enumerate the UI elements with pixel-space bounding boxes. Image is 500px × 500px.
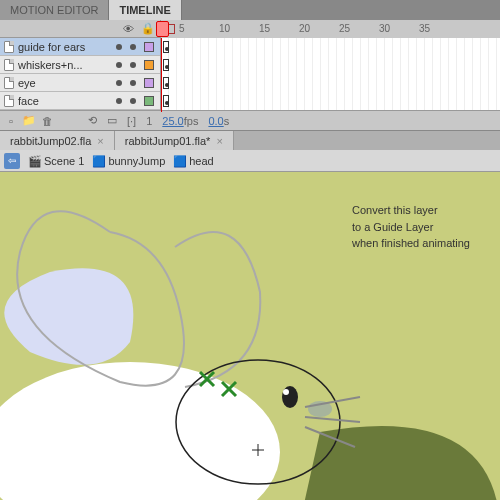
visibility-dot[interactable] <box>116 62 122 68</box>
layer-row[interactable]: guide for ears <box>0 38 500 56</box>
tab-motion-editor[interactable]: MOTION EDITOR <box>0 0 109 20</box>
time-unit: s <box>224 115 230 127</box>
outline-color[interactable] <box>144 60 154 70</box>
visibility-dot[interactable] <box>116 80 122 86</box>
ruler-tick: 30 <box>379 23 419 34</box>
ruler-tick: 25 <box>339 23 379 34</box>
svg-point-0 <box>0 362 280 500</box>
new-layer-button[interactable]: ▫ <box>4 114 18 128</box>
ruler-tick: 15 <box>259 23 299 34</box>
ruler-tick: 10 <box>219 23 259 34</box>
layer-name[interactable]: whiskers+n... <box>18 59 83 71</box>
outline-color[interactable] <box>144 42 154 52</box>
layer-type-icon <box>4 59 14 71</box>
lock-dot[interactable] <box>130 98 136 104</box>
edit-frames-icon[interactable]: [·] <box>127 115 136 127</box>
layer-name[interactable]: face <box>18 95 39 107</box>
current-frame: 1 <box>146 115 152 127</box>
layer-name[interactable]: eye <box>18 77 36 89</box>
svg-point-2 <box>282 386 298 408</box>
fps-value[interactable]: 25.0 <box>162 115 183 127</box>
layer-type-icon <box>4 41 14 53</box>
frames-track[interactable] <box>160 38 500 56</box>
lock-icon[interactable]: 🔒 <box>142 23 154 35</box>
ruler-tick: 35 <box>419 23 459 34</box>
layer-row[interactable]: whiskers+n... <box>0 56 500 74</box>
outline-color[interactable] <box>144 96 154 106</box>
document-tab[interactable]: rabbitJump02.fla× <box>0 131 115 150</box>
keyframe[interactable] <box>163 95 169 107</box>
visibility-dot[interactable] <box>116 44 122 50</box>
lock-dot[interactable] <box>130 80 136 86</box>
layer-name[interactable]: guide for ears <box>18 41 85 53</box>
ruler-tick: 20 <box>299 23 339 34</box>
layer-row[interactable]: eye <box>0 74 500 92</box>
outline-color[interactable] <box>144 78 154 88</box>
layer-type-icon <box>4 77 14 89</box>
breadcrumb-symbol[interactable]: 🟦bunnyJump <box>92 155 165 167</box>
fps-unit: fps <box>184 115 199 127</box>
new-folder-button[interactable]: 📁 <box>22 114 36 128</box>
visibility-dot[interactable] <box>116 98 122 104</box>
layer-type-icon <box>4 95 14 107</box>
playhead[interactable] <box>161 38 162 112</box>
close-icon[interactable]: × <box>216 135 222 147</box>
svg-line-5 <box>305 397 360 407</box>
time-value[interactable]: 0.0 <box>208 115 223 127</box>
ruler-tick: 5 <box>179 23 219 34</box>
eye-icon[interactable]: 👁 <box>122 23 134 35</box>
onion-skin-icon[interactable]: ⟲ <box>88 114 97 127</box>
back-button[interactable]: ⇦ <box>4 153 20 169</box>
document-tab[interactable]: rabbitJump01.fla*× <box>115 131 234 150</box>
panel-tabs: MOTION EDITOR TIMELINE <box>0 0 500 20</box>
svg-point-3 <box>283 389 289 395</box>
onion-outline-icon[interactable]: ▭ <box>107 114 117 127</box>
breadcrumb-symbol[interactable]: 🟦head <box>173 155 213 167</box>
stage[interactable]: Convert this layer to a Guide Layer when… <box>0 172 500 500</box>
keyframe[interactable] <box>163 41 169 53</box>
document-tabs: rabbitJump02.fla× rabbitJump01.fla*× <box>0 130 500 150</box>
tab-timeline[interactable]: TIMELINE <box>109 0 181 20</box>
layer-row[interactable]: face <box>0 92 500 110</box>
keyframe[interactable] <box>163 77 169 89</box>
annotation-text: Convert this layer to a Guide Layer when… <box>352 202 470 252</box>
frames-track[interactable] <box>160 74 500 92</box>
keyframe[interactable] <box>163 59 169 71</box>
breadcrumb-scene[interactable]: 🎬Scene 1 <box>28 155 84 167</box>
lock-dot[interactable] <box>130 62 136 68</box>
frames-track[interactable] <box>160 56 500 74</box>
lock-dot[interactable] <box>130 44 136 50</box>
breadcrumb: ⇦ 🎬Scene 1 🟦bunnyJump 🟦head <box>0 150 500 172</box>
frames-track[interactable] <box>160 92 500 110</box>
delete-layer-button[interactable]: 🗑 <box>40 114 54 128</box>
svg-line-6 <box>305 417 360 422</box>
close-icon[interactable]: × <box>97 135 103 147</box>
